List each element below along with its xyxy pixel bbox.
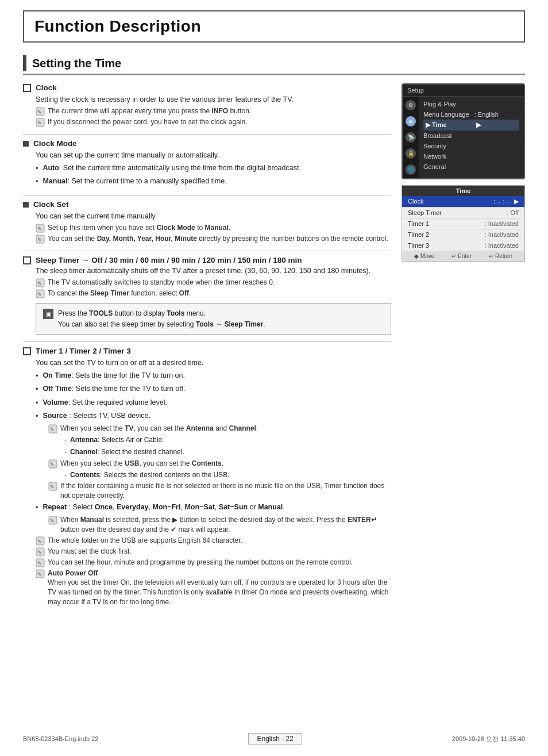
- pencil-icon-9: ✎: [48, 482, 57, 491]
- pencil-icon-1: ✎: [36, 107, 45, 116]
- svg-text:✎: ✎: [37, 226, 42, 232]
- sleep-note-2-text: To cancel the Sleep Timer function, sele…: [48, 289, 391, 298]
- repeat-note-text: When Manual is selected, press the ▶ but…: [60, 515, 391, 535]
- source-sub-contents: - Contents: Selects the desired contents…: [64, 470, 391, 481]
- main-content: Clock Setting the clock is necessary in …: [23, 83, 525, 614]
- source-sub-channel: - Channel: Select the desired channel.: [64, 447, 391, 458]
- auto-power-off-text: Auto Power Off When you set the timer On…: [48, 569, 391, 607]
- sleep-note-2: ✎ To cancel the Sleep Timer function, se…: [36, 289, 391, 298]
- tv-menu-box: Setup ⚙ ◉ 📡 🔒 🌐 Plug & Play Menu Languag…: [402, 83, 525, 179]
- footer-center: English - 22: [248, 733, 302, 745]
- page-outer: Function Description Setting the Time Cl…: [0, 0, 548, 756]
- divider-3: [23, 251, 391, 251]
- tv-icon-setup: ⚙: [406, 100, 416, 110]
- section-heading-wrap: Setting the Time: [23, 55, 525, 75]
- timer-title: Timer 1 / Timer 2 / Timer 3: [36, 347, 131, 355]
- pencil-icon-3: ✎: [36, 224, 45, 233]
- tv-submenu-sleep-row: Sleep Timer : Off: [402, 208, 524, 218]
- pencil-icon-8: ✎: [48, 459, 57, 469]
- svg-text:✎: ✎: [37, 539, 42, 544]
- tv-menu-item-security: Security: [423, 141, 519, 151]
- tv-submenu-timer3-val: : Inactivated: [485, 242, 519, 249]
- clock-body: Setting the clock is necessary in order …: [36, 94, 391, 127]
- tv-menu-sidebar: ⚙ ◉ 📡 🔒 🌐 Plug & Play Menu Language : En…: [403, 97, 524, 178]
- tv-icon-security: 🔒: [406, 148, 416, 159]
- pencil-icon-11: ✎: [36, 536, 45, 546]
- pencil-icon-5: ✎: [36, 278, 45, 287]
- pencil-icon-4: ✎: [36, 235, 45, 244]
- tv-menu-item-general: General: [423, 162, 519, 172]
- section-bar-decoration: [23, 55, 26, 71]
- section-heading: Setting the Time: [32, 57, 121, 70]
- tv-menu-item-time: ▶ Time ▶: [423, 120, 519, 131]
- tools-box-text: Press the TOOLS button to display Tools …: [58, 308, 265, 329]
- clock-set-desc: You can set the current time manually.: [36, 211, 391, 222]
- clock-mode-bullet-auto: • Auto: Set the current time automatical…: [36, 163, 391, 174]
- sleep-note-1-text: The TV automatically switches to standby…: [48, 278, 391, 287]
- sleep-note-1: ✎ The TV automatically switches to stand…: [36, 278, 391, 287]
- tv-submenu-sleep-label: Sleep Timer: [408, 209, 442, 216]
- svg-text:✎: ✎: [37, 281, 42, 286]
- subsection-sleep-timer: Sleep Timer → Off / 30 min / 60 min / 90…: [23, 256, 391, 335]
- bullet-dot-manual: •: [36, 176, 38, 187]
- tv-submenu-timer1-row: Timer 1 : Inactivated: [402, 218, 524, 229]
- pencil-icon-14: ✎: [36, 569, 45, 578]
- sleep-timer-body: The sleep timer automatically shuts off …: [36, 266, 391, 335]
- tv-footer-move: ◆ Move: [414, 253, 434, 259]
- timer-bullet-offtime: • Off Time: Sets the time for the TV to …: [36, 383, 391, 395]
- timer-body: You can set the TV to turn on or off at …: [36, 358, 391, 607]
- pencil-icon-2: ✎: [36, 118, 45, 127]
- checkbox-icon-clock: [23, 84, 31, 92]
- auto-power-off-note: ✎ Auto Power Off When you set the timer …: [36, 569, 391, 607]
- source-note-folder: ✎ If the folder containing a music file …: [48, 481, 391, 501]
- tv-menu-item-network: Network: [423, 151, 519, 162]
- source-note-usb: ✎ When you select the USB, you can set t…: [48, 459, 391, 469]
- clock-set-note-2: ✎ You can set the Day, Month, Year, Hour…: [36, 234, 391, 244]
- clock-note-2-text: If you disconnect the power cord, you ha…: [48, 117, 391, 127]
- tv-submenu-title: Time: [402, 186, 524, 196]
- clock-note-1-text: The current time will appear every time …: [48, 106, 391, 116]
- clock-desc: Setting the clock is necessary in order …: [36, 94, 391, 105]
- clock-set-note-1-text: Set up this item when you have set Clock…: [48, 223, 391, 233]
- tv-submenu-timer2-label: Timer 2: [408, 231, 429, 238]
- tv-footer-return: ↩ Return: [489, 253, 512, 259]
- svg-text:✎: ✎: [50, 427, 55, 432]
- svg-text:✎: ✎: [50, 518, 55, 524]
- clock-set-note-2-text: You can set the Day, Month, Year, Hour, …: [48, 234, 391, 244]
- clock-note-1: ✎ The current time will appear every tim…: [36, 106, 391, 116]
- source-note-folder-text: If the folder containing a music file is…: [60, 481, 391, 501]
- sleep-timer-title: Sleep Timer → Off / 30 min / 60 min / 90…: [36, 256, 302, 264]
- subsection-timer: Timer 1 / Timer 2 / Timer 3 You can set …: [23, 347, 391, 607]
- source-note-tv-text: When you select the TV, you can set the …: [60, 424, 391, 433]
- subsection-clock-set: Clock Set You can set the current time m…: [23, 200, 391, 244]
- timer-bullet-volume: • Volume: Set the required volume level.: [36, 397, 391, 409]
- svg-text:✎: ✎: [37, 291, 42, 297]
- clock-mode-bullet-manual: • Manual: Set the current time to a manu…: [36, 176, 391, 187]
- content-left: Clock Setting the clock is necessary in …: [23, 83, 391, 614]
- source-note-tv: ✎ When you select the TV, you can set th…: [48, 424, 391, 433]
- tv-icon-network: 🌐: [406, 164, 416, 175]
- repeat-note-wrap: ✎ When Manual is selected, press the ▶ b…: [48, 515, 391, 535]
- timer-bullet-repeat: • Repeat : Select Once, Everyday, Mon~Fr…: [36, 502, 391, 513]
- clock-mode-body: You can set up the current time manually…: [36, 150, 391, 187]
- tv-icon-active: ◉: [406, 116, 416, 126]
- footer-note-1: ✎ The whole folder on the USB are suppor…: [36, 536, 391, 546]
- source-sub-antenna: - Antenna: Selects Air or Cable.: [64, 435, 391, 446]
- tools-box-line1: Press the TOOLS button to display Tools …: [58, 309, 206, 317]
- tv-submenu-box: Time Clock : -- : -- ▶ Sleep Timer : Off…: [402, 185, 525, 262]
- tv-menu-top-label: Setup: [407, 87, 424, 94]
- tv-submenu-sleep-val: : Off: [507, 209, 519, 216]
- clock-set-title: Clock Set: [33, 200, 69, 209]
- clock-set-note-1: ✎ Set up this item when you have set Clo…: [36, 223, 391, 233]
- clock-mode-desc: You can set up the current time manually…: [36, 150, 391, 161]
- tv-menu-item-language: Menu Language : English: [423, 109, 519, 120]
- page-title-box: Function Description: [23, 10, 525, 43]
- source-note-usb-text: When you select the USB, you can set the…: [60, 459, 391, 469]
- svg-text:✎: ✎: [37, 109, 42, 115]
- tv-menu-left-icons: ⚙ ◉ 📡 🔒 🌐: [403, 97, 419, 178]
- square-icon-clockmode: [23, 141, 29, 147]
- footer-note-3: ✎ You can set the hour, minute and progr…: [36, 558, 391, 567]
- svg-text:✎: ✎: [37, 561, 42, 566]
- svg-text:✎: ✎: [37, 120, 42, 126]
- timer-bullet-ontime: • On Time: Sets the time for the TV to t…: [36, 370, 391, 382]
